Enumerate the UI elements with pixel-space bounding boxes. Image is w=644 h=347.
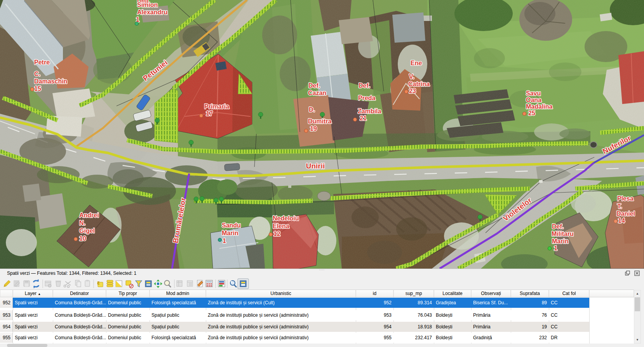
- svg-text:1: 1: [223, 238, 226, 244]
- svg-text:Dumitra: Dumitra: [308, 118, 332, 125]
- svg-text:Elena: Elena: [273, 223, 289, 229]
- svg-text:12: 12: [273, 231, 280, 237]
- svg-text:15: 15: [34, 85, 41, 92]
- svg-text:Ene: Ene: [411, 60, 422, 66]
- svg-text:N.: N.: [79, 220, 85, 226]
- svg-text:Gigel: Gigel: [79, 227, 95, 234]
- svg-text:Simion: Simion: [137, 2, 158, 8]
- svg-text:ε: ε: [97, 279, 100, 286]
- svg-text:V.: V.: [409, 73, 414, 80]
- svg-text:Preda: Preda: [358, 95, 376, 101]
- svg-text:Def.: Def.: [359, 82, 370, 89]
- svg-text:Marin: Marin: [222, 230, 238, 236]
- svg-text:Sandu: Sandu: [222, 222, 241, 229]
- svg-text:Plesa: Plesa: [617, 195, 634, 202]
- svg-text:Andrei: Andrei: [79, 212, 99, 219]
- svg-text:T.: T.: [617, 203, 622, 210]
- svg-text:10: 10: [79, 235, 86, 242]
- svg-text:21: 21: [360, 115, 367, 121]
- svg-text:C.: C.: [34, 71, 40, 77]
- svg-text:Savu: Savu: [526, 90, 541, 97]
- svg-text:Madalina: Madalina: [526, 103, 553, 110]
- svg-text:19: 19: [310, 125, 317, 132]
- svg-text:D.: D.: [309, 106, 315, 113]
- svg-text:14: 14: [618, 217, 625, 224]
- svg-text:Marin: Marin: [552, 238, 569, 245]
- svg-text:Unirii: Unirii: [306, 162, 325, 170]
- svg-text:Catrina: Catrina: [408, 81, 430, 87]
- svg-text:Militaru: Militaru: [552, 231, 574, 237]
- svg-text:Daniel: Daniel: [616, 210, 635, 217]
- svg-text:Nedeloiu: Nedeloiu: [273, 215, 299, 222]
- svg-text:Primaria: Primaria: [204, 103, 229, 110]
- svg-text:Damaschin: Damaschin: [34, 78, 67, 85]
- svg-text:Alexandru: Alexandru: [137, 9, 167, 16]
- svg-text:1: 1: [554, 245, 557, 252]
- svg-text:23: 23: [409, 88, 416, 94]
- svg-text:Def.: Def.: [308, 82, 320, 89]
- svg-text:Cazan: Cazan: [308, 90, 326, 96]
- svg-text:17: 17: [206, 110, 213, 117]
- svg-text:Def.: Def.: [552, 223, 564, 230]
- svg-text:25: 25: [528, 110, 535, 116]
- svg-text:Zambila: Zambila: [358, 108, 381, 115]
- svg-text:Oana: Oana: [526, 97, 541, 103]
- svg-text:Petre: Petre: [34, 59, 50, 66]
